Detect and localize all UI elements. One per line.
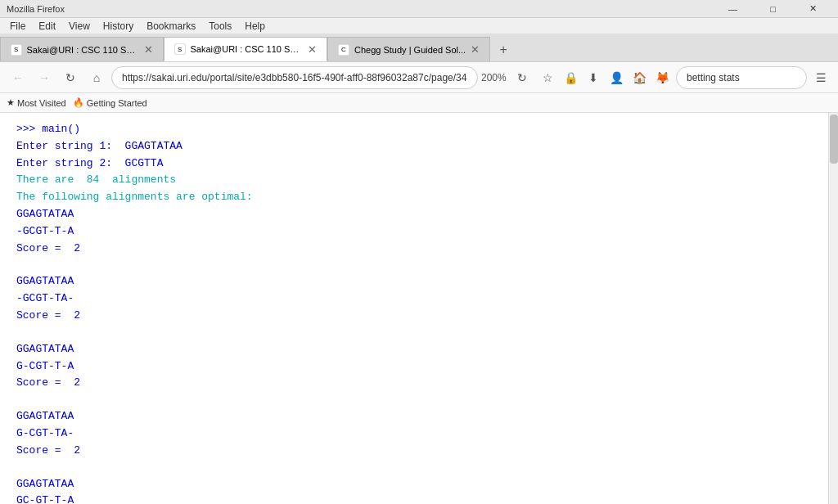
tab-2-close[interactable]: ✕ [308,44,317,55]
menu-bar: File Edit View History Bookmarks Tools H… [0,18,838,34]
terminal-line-13: Score = 2 [16,375,812,392]
terminal-line-4: The following alignments are optimal: [16,189,812,206]
firefox-icon[interactable]: 🦊 [651,67,673,88]
terminal-line-3: There are 84 alignments [16,172,812,189]
tab-3-label: Chegg Study | Guided Sol... [354,45,466,55]
scrollbar-thumb[interactable] [830,115,838,164]
tab-1[interactable]: S Sakai@URI : CSC 110 Spri... ✕ [0,37,164,61]
tab-1-close[interactable]: ✕ [144,44,153,55]
minimize-button[interactable]: — [714,1,751,17]
terminal-line-1: Enter string 1: GGAGTATAA [16,138,812,155]
close-button[interactable]: ✕ [795,1,831,17]
terminal-line-10: Score = 2 [16,308,812,325]
terminal-line-17: GGAGTATAA [16,476,812,493]
browser-title: Mozilla Firefox [7,4,65,14]
scrollbar[interactable] [828,113,838,504]
terminal-empty-1 [16,257,812,273]
most-visited-icon: ★ [7,97,15,108]
tab-bar: S Sakai@URI : CSC 110 Spri... ✕ S Sakai@… [0,34,838,62]
tab-3[interactable]: C Chegg Study | Guided Sol... ✕ [327,37,490,61]
getting-started-label: Getting Started [87,98,147,108]
tab-2-favicon: S [174,43,186,55]
terminal-line-2: Enter string 2: GCGTTA [16,155,812,173]
terminal-line-12: G-CGT-T-A [16,358,812,376]
menu-bookmarks[interactable]: Bookmarks [140,19,202,34]
terminal-empty-4 [16,460,812,476]
menu-icon[interactable]: ☰ [810,67,831,88]
profile-icon[interactable]: 👤 [606,67,627,88]
bookmark-getting-started[interactable]: 🔥 Getting Started [73,97,147,108]
terminal-line-8: GGAGTATAA [16,273,812,290]
tab-2-label: Sakai@URI : CSC 110 Spri... [191,44,303,54]
title-bar-left: Mozilla Firefox [7,4,65,14]
address-bar[interactable] [111,66,478,89]
getting-started-icon: 🔥 [73,97,84,108]
terminal-line-18: GC-GT-T-A [16,493,812,504]
zoom-level: 200% [481,72,507,83]
menu-help[interactable]: Help [238,19,272,34]
title-bar-controls: — □ ✕ [714,1,831,17]
terminal-line-15: G-CGT-TA- [16,425,812,443]
most-visited-label: Most Visited [17,98,66,108]
menu-tools[interactable]: Tools [202,19,238,34]
search-bar[interactable] [676,66,807,89]
nav-icons: ☆ 🔒 ⬇ 👤 🏠 🦊 [537,67,673,88]
menu-edit[interactable]: Edit [32,19,62,34]
page-content[interactable]: >>> main() Enter string 1: GGAGTATAA Ent… [0,113,828,504]
tab-2[interactable]: S Sakai@URI : CSC 110 Spri... ✕ [164,37,327,61]
bookmarks-bar: ★ Most Visited 🔥 Getting Started [0,93,838,113]
reload-button[interactable]: ↻ [59,66,82,89]
menu-history[interactable]: History [97,19,140,34]
menu-file[interactable]: File [3,19,32,34]
terminal-empty-2 [16,325,812,341]
tab-3-close[interactable]: ✕ [471,44,480,55]
tab-1-label: Sakai@URI : CSC 110 Spri... [27,45,139,55]
shield-icon[interactable]: 🔒 [560,67,581,88]
terminal-line-14: GGAGTATAA [16,408,812,425]
terminal-line-6: -GCGT-T-A [16,223,812,241]
terminal-empty-3 [16,392,812,408]
download-icon[interactable]: ⬇ [583,67,604,88]
back-button[interactable]: ← [7,66,29,89]
terminal-line-0: >>> main() [16,121,812,138]
main-content: >>> main() Enter string 1: GGAGTATAA Ent… [0,113,838,504]
terminal-line-9: -GCGT-TA- [16,290,812,308]
title-bar: Mozilla Firefox — □ ✕ [0,0,838,18]
menu-view[interactable]: View [62,19,97,34]
terminal-line-11: GGAGTATAA [16,341,812,358]
terminal-line-5: GGAGTATAA [16,206,812,223]
forward-button[interactable]: → [33,66,56,89]
tab-3-favicon: C [338,44,349,56]
home-icon[interactable]: 🏠 [628,67,650,88]
nav-bar: ← → ↻ ⌂ 200% ↻ ☆ 🔒 ⬇ 👤 🏠 🦊 ☰ [0,62,838,93]
terminal-output: >>> main() Enter string 1: GGAGTATAA Ent… [0,121,828,504]
refresh-button[interactable]: ↻ [511,66,534,89]
tab-1-favicon: S [11,44,22,56]
new-tab-button[interactable]: + [492,38,515,61]
star-icon[interactable]: ☆ [537,67,558,88]
terminal-line-16: Score = 2 [16,443,812,460]
maximize-button[interactable]: □ [755,1,791,17]
terminal-line-7: Score = 2 [16,241,812,258]
bookmark-most-visited[interactable]: ★ Most Visited [7,97,66,108]
home-button[interactable]: ⌂ [85,66,108,89]
